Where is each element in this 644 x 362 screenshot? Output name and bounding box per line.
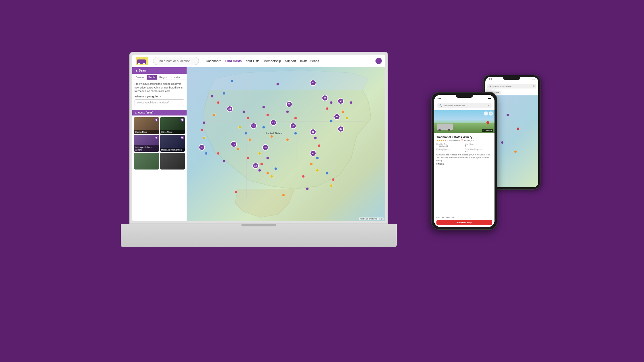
pin-39[interactable] — [330, 101, 333, 104]
cluster-15[interactable]: 22 — [338, 126, 344, 132]
pin-10[interactable] — [223, 160, 225, 163]
pin-46[interactable] — [332, 178, 335, 181]
pin-12[interactable] — [242, 110, 245, 113]
pin-2[interactable] — [217, 101, 220, 104]
date-clear-icon[interactable]: ✕ — [180, 101, 182, 105]
pin-26[interactable] — [294, 132, 297, 135]
tab-location[interactable]: Location — [170, 75, 183, 80]
pin-21[interactable] — [258, 152, 261, 155]
pin-37[interactable] — [316, 169, 319, 172]
cluster-6[interactable]: 16 — [262, 144, 269, 151]
pin-25[interactable] — [294, 117, 297, 120]
back-map-pin-4[interactable] — [514, 151, 517, 153]
cluster-5[interactable]: 44 — [270, 120, 277, 126]
pin-1[interactable] — [211, 95, 214, 98]
pin-9[interactable] — [217, 152, 220, 155]
pin-34[interactable] — [318, 144, 321, 147]
cluster-14[interactable]: 96 — [338, 98, 344, 104]
host-card-6[interactable] — [160, 153, 185, 170]
cluster-2[interactable]: 8 — [199, 144, 205, 151]
pin-32[interactable] — [270, 175, 273, 178]
cluster-7[interactable]: 67 — [286, 101, 292, 107]
cluster-9[interactable]: 19 — [252, 163, 259, 169]
pin-8[interactable] — [205, 152, 208, 155]
pin-50[interactable] — [235, 190, 237, 193]
pin-4[interactable] — [213, 113, 216, 116]
map-area[interactable]: United States 24 — [187, 67, 385, 221]
pin-11[interactable] — [237, 147, 239, 150]
host-card-4[interactable]: Massage Intervention — [160, 135, 185, 152]
pin-5[interactable] — [203, 121, 206, 124]
nav-search-input[interactable] — [153, 57, 199, 65]
pin-52[interactable] — [306, 187, 309, 190]
pin-19[interactable] — [262, 126, 265, 129]
cluster-1[interactable]: 24 — [227, 106, 233, 112]
pin-40[interactable] — [326, 107, 329, 110]
pin-15[interactable] — [238, 126, 241, 129]
pin-36[interactable] — [310, 163, 313, 165]
pin-43[interactable] — [346, 117, 348, 120]
pin-48[interactable] — [231, 80, 233, 82]
pin-31[interactable] — [274, 167, 277, 170]
pin-49[interactable] — [276, 83, 279, 86]
back-phone-close-icon[interactable]: ✕ — [533, 85, 535, 87]
back-map-pin-1[interactable] — [507, 114, 509, 116]
pin-3[interactable] — [223, 92, 225, 95]
request-stay-button[interactable]: Request Stay — [436, 220, 492, 225]
nav-link-lists[interactable]: Your Lists — [246, 59, 260, 63]
heart-icon[interactable]: ♡ — [489, 111, 493, 115]
pin-51[interactable] — [282, 194, 285, 197]
cluster-11[interactable]: 34 — [310, 150, 316, 157]
pin-47[interactable] — [330, 184, 333, 187]
pin-17[interactable] — [262, 106, 265, 109]
pin-24[interactable] — [286, 110, 289, 113]
pin-27[interactable] — [286, 138, 289, 141]
host-card-5[interactable] — [134, 153, 159, 170]
tab-region[interactable]: Region — [158, 75, 169, 80]
cluster-10[interactable]: 52 — [310, 129, 316, 135]
photo-count-badge[interactable]: 31 Photos — [482, 129, 493, 132]
pin-42[interactable] — [342, 110, 344, 113]
nav-link-dashboard[interactable]: Dashboard — [206, 59, 221, 63]
pin-7[interactable] — [203, 136, 206, 139]
pin-22[interactable] — [266, 157, 269, 159]
pin-6[interactable] — [201, 129, 204, 132]
back-map-pin-3[interactable] — [501, 141, 503, 144]
pin-14[interactable] — [244, 132, 247, 135]
nav-link-membership[interactable]: Membership — [264, 59, 281, 63]
pin-13[interactable] — [246, 117, 249, 120]
pin-29[interactable] — [258, 169, 261, 172]
share-icon[interactable]: ↑ — [484, 111, 488, 115]
pin-41[interactable] — [330, 120, 333, 122]
host-card-2[interactable]: Olin's Place — [160, 117, 185, 134]
pin-16[interactable] — [248, 138, 251, 141]
front-phone-search-bar[interactable]: 🔍 Search or Plan Route ✕ — [437, 103, 492, 108]
pin-28[interactable] — [246, 157, 249, 159]
front-phone-close-icon[interactable]: ✕ — [487, 104, 489, 107]
nav-avatar[interactable] — [375, 58, 382, 64]
cluster-12[interactable]: 83 — [322, 95, 328, 101]
cluster-4[interactable]: 31 — [250, 123, 257, 129]
pin-38[interactable] — [302, 175, 305, 178]
cluster-8[interactable]: 28 — [290, 123, 296, 129]
tab-browse[interactable]: Browse — [134, 75, 146, 80]
nav-link-find-hosts[interactable]: Find Hosts — [225, 59, 242, 63]
host-card-3[interactable]: LaHaque DuBois Winery — [134, 135, 159, 152]
cluster-16[interactable]: 15 — [310, 80, 316, 86]
cluster-3[interactable]: 12 — [231, 141, 237, 147]
pin-44[interactable] — [350, 101, 352, 104]
pin-18[interactable] — [266, 113, 269, 116]
host-card-1[interactable]: Cool-a-Rado — [134, 117, 159, 134]
nav-link-support[interactable]: Support — [285, 59, 296, 63]
nav-link-invite[interactable]: Invite Friends — [300, 59, 319, 63]
pin-35[interactable] — [316, 157, 319, 159]
pin-20[interactable] — [270, 135, 273, 138]
cluster-13[interactable]: 41 — [334, 113, 340, 120]
pin-23[interactable] — [260, 163, 263, 165]
tab-route[interactable]: Route — [147, 75, 157, 80]
pin-33[interactable] — [314, 136, 317, 139]
date-input[interactable]: Select travel dates (optional) ✕ — [135, 99, 184, 106]
pin-45[interactable] — [326, 172, 329, 175]
back-phone-search-bar[interactable]: 🔍 Search or Plan Route ✕ — [487, 84, 536, 88]
back-map-pin-2[interactable] — [517, 128, 519, 130]
